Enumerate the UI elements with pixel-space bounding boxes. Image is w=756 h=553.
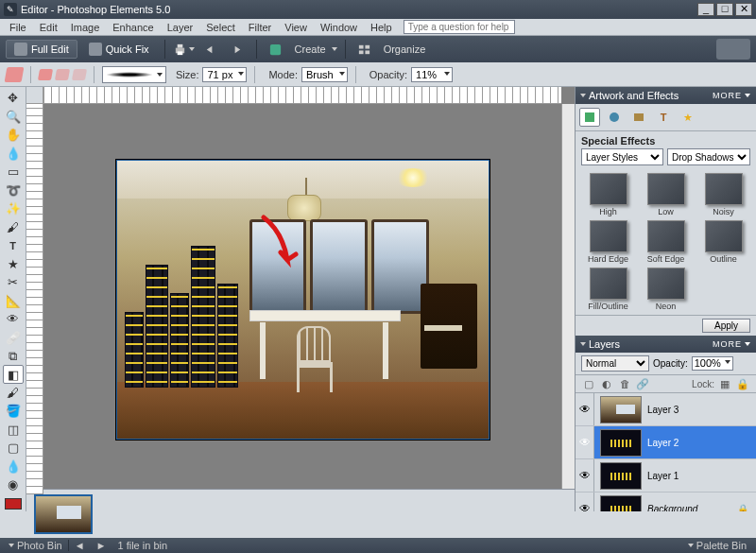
blend-mode-select[interactable]: Normal xyxy=(581,355,649,372)
eraser-preset-1[interactable] xyxy=(38,69,53,80)
mode-field[interactable]: Brush xyxy=(301,67,348,82)
layer-opacity-field[interactable]: 100% xyxy=(692,356,733,371)
size-field[interactable]: 71 px xyxy=(202,67,247,82)
effect-fill-outline[interactable]: Fill/Outline xyxy=(581,268,635,311)
effects-subcategory-select[interactable]: Drop Shadows xyxy=(667,148,750,165)
opacity-field[interactable]: 11% xyxy=(411,67,453,82)
apply-effect-button[interactable]: Apply xyxy=(702,319,750,333)
canvas-viewport[interactable] xyxy=(43,104,561,494)
undo-button[interactable] xyxy=(199,39,222,60)
maximize-button[interactable]: □ xyxy=(716,3,733,16)
panel-header-artwork[interactable]: Artwork and Effects MORE xyxy=(576,87,756,104)
effect-high[interactable]: High xyxy=(581,173,635,216)
straighten-tool[interactable]: 📐 xyxy=(3,291,24,309)
move-tool[interactable]: ✥ xyxy=(3,89,24,107)
brush-preset-picker[interactable] xyxy=(102,66,166,83)
magic-wand-tool[interactable]: ✨ xyxy=(3,199,24,217)
redeye-tool[interactable]: 👁 xyxy=(3,310,24,328)
minimize-button[interactable]: _ xyxy=(697,3,714,16)
cookie-cutter-tool[interactable]: ★ xyxy=(3,254,24,272)
layer-row-2[interactable]: 👁 Layer 1 xyxy=(576,459,756,493)
panel-header-layers[interactable]: Layers MORE xyxy=(576,336,756,353)
layer-visibility-toggle[interactable]: 👁 xyxy=(576,459,594,492)
effect-hard-edge[interactable]: Hard Edge xyxy=(581,220,635,264)
eraser-preset-3[interactable] xyxy=(72,69,87,80)
gradient-tool[interactable]: ◫ xyxy=(3,421,24,439)
layer-thumbnail[interactable] xyxy=(600,495,642,512)
bin-nav-next[interactable]: ► xyxy=(91,540,112,551)
layer-visibility-toggle[interactable]: 👁 xyxy=(576,393,594,425)
layer-thumbnail[interactable] xyxy=(600,396,642,423)
menu-select[interactable]: Select xyxy=(200,21,241,34)
layer-visibility-toggle[interactable]: 👁 xyxy=(576,426,594,458)
layer-visibility-toggle[interactable]: 👁 xyxy=(576,493,594,511)
help-search-input[interactable] xyxy=(404,20,515,34)
menu-window[interactable]: Window xyxy=(315,21,363,34)
organize-button[interactable] xyxy=(353,39,376,60)
create-label[interactable]: Create xyxy=(295,43,326,55)
marquee-tool[interactable]: ▭ xyxy=(3,163,24,181)
layer-row-1[interactable]: 👁 Layer 2 xyxy=(576,426,756,459)
eyedropper-tool[interactable]: 💧 xyxy=(3,144,24,162)
create-button[interactable] xyxy=(265,39,287,60)
scrollbar-vertical[interactable] xyxy=(561,104,575,494)
menu-layer[interactable]: Layer xyxy=(162,21,199,34)
crop-tool[interactable]: ✂ xyxy=(3,273,24,291)
effects-tab-favorites[interactable]: ★ xyxy=(678,108,698,127)
menu-help[interactable]: Help xyxy=(365,21,398,34)
effects-tab-filters[interactable] xyxy=(604,108,625,127)
new-adjustment-button[interactable]: ◐ xyxy=(599,377,614,390)
document-image[interactable] xyxy=(116,160,490,440)
zoom-tool[interactable]: 🔍 xyxy=(3,107,24,125)
lasso-tool[interactable]: ➰ xyxy=(3,181,24,199)
layer-row-0[interactable]: 👁 Layer 3 xyxy=(576,393,756,426)
layer-thumbnail[interactable] xyxy=(600,462,642,490)
menu-image[interactable]: Image xyxy=(65,21,106,34)
effect-soft-edge[interactable]: Soft Edge xyxy=(639,220,693,264)
effects-category-select[interactable]: Layer Styles xyxy=(581,148,663,165)
effects-tab-text[interactable]: T xyxy=(653,108,674,127)
layer-thumbnail[interactable] xyxy=(600,429,642,457)
eraser-tool[interactable]: ◧ xyxy=(3,365,24,383)
menu-file[interactable]: File xyxy=(4,21,32,34)
menu-enhance[interactable]: Enhance xyxy=(107,21,159,34)
eraser-preset-2[interactable] xyxy=(55,69,70,80)
bin-nav-prev[interactable]: ◄ xyxy=(69,540,91,551)
effects-tab-layerstyles[interactable] xyxy=(579,108,600,127)
effects-tab-photo[interactable] xyxy=(628,108,649,127)
type-tool[interactable]: T xyxy=(3,236,24,254)
delete-layer-button[interactable]: 🗑 xyxy=(617,377,632,390)
menu-edit[interactable]: Edit xyxy=(34,21,63,34)
lock-transparency-button[interactable]: ▦ xyxy=(717,377,732,390)
tab-quick-fix[interactable]: Quick Fix xyxy=(81,41,157,58)
hand-tool[interactable]: ✋ xyxy=(3,126,24,144)
sponge-tool[interactable]: ◉ xyxy=(3,475,24,493)
paint-bucket-tool[interactable]: 🪣 xyxy=(3,402,24,420)
layer-row-3[interactable]: 👁 Background 🔒 xyxy=(576,493,756,511)
artwork-more-button[interactable]: MORE xyxy=(713,91,742,100)
effect-outline[interactable]: Outline xyxy=(696,220,750,264)
organize-label[interactable]: Organize xyxy=(384,43,426,55)
link-layers-button[interactable]: 🔗 xyxy=(635,377,650,390)
palette-bin-toggle[interactable]: Palette Bin xyxy=(683,540,752,551)
menu-filter[interactable]: Filter xyxy=(243,21,277,34)
photo-bin-thumbnail[interactable] xyxy=(34,494,93,534)
effect-neon[interactable]: Neon xyxy=(639,268,693,311)
layers-more-button[interactable]: MORE xyxy=(713,339,742,349)
redo-button[interactable] xyxy=(226,39,249,60)
close-button[interactable]: ✕ xyxy=(735,3,752,16)
print-button[interactable] xyxy=(173,39,196,60)
selection-brush-tool[interactable]: 🖌 xyxy=(3,217,24,235)
effect-noisy[interactable]: Noisy xyxy=(696,173,750,216)
ruler-horizontal[interactable] xyxy=(43,87,561,104)
ruler-vertical[interactable] xyxy=(26,104,43,494)
shape-tool[interactable]: ▢ xyxy=(3,439,24,457)
foreground-color[interactable] xyxy=(5,498,22,510)
menu-view[interactable]: View xyxy=(279,21,313,34)
photo-bin-toggle[interactable]: Photo Bin xyxy=(4,540,68,551)
tab-full-edit[interactable]: Full Edit xyxy=(6,40,77,59)
healing-brush-tool[interactable]: 🩹 xyxy=(3,328,24,346)
clone-stamp-tool[interactable]: ⧉ xyxy=(3,347,24,365)
new-layer-button[interactable]: ▢ xyxy=(581,377,596,390)
effect-low[interactable]: Low xyxy=(639,173,693,216)
